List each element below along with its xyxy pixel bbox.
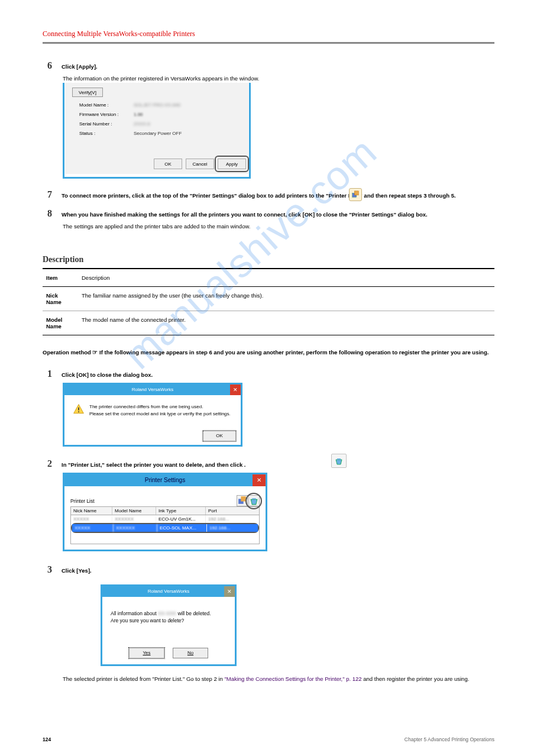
op-number: 3	[43, 564, 57, 575]
step-text: Click [Apply].	[62, 63, 98, 70]
cell: XXXXX	[71, 515, 112, 523]
alert-line1: The printer connected differs from the o…	[89, 403, 231, 411]
add-printer-icon[interactable]	[349, 188, 362, 201]
end-note: The selected printer is deleted from "Pr…	[63, 674, 494, 683]
fw-label: Firmware Version :	[79, 110, 127, 119]
th-desc: Description	[78, 269, 494, 286]
step-8: 8 When you have finished making the sett…	[43, 208, 494, 219]
row-item: Model Name	[43, 311, 78, 335]
op-number: 1	[43, 369, 57, 379]
printer-list-header: Nick Name Model Name Ink Type Port	[70, 506, 260, 515]
cell: XXXXXX	[112, 515, 156, 523]
step-number: 6	[43, 60, 57, 71]
yes-button[interactable]: Yes	[129, 648, 164, 658]
op-number: 2	[43, 458, 57, 469]
model-value: SOLJET PRO-XX-640	[134, 101, 180, 110]
col-model: Model Name	[112, 507, 156, 515]
close-icon[interactable]: ✕	[253, 474, 266, 486]
svg-rect-3	[78, 411, 79, 412]
cell: ECO-SOL MAX...	[157, 524, 207, 532]
warning-icon	[73, 403, 85, 415]
chapter-label: Chapter 5 Advanced Printing Operations	[405, 736, 494, 742]
printer-row-selected[interactable]: XXXXX XXXXXX ECO-SOL MAX... 192.168...	[72, 524, 258, 532]
operation-3: 3 Click [Yes].	[43, 564, 494, 575]
row-desc: The familiar name assigned by the user (…	[78, 286, 494, 311]
model-label: Model Name :	[79, 101, 127, 110]
step-6-body: The information on the printer registere…	[63, 75, 494, 83]
cell: 192.168...	[206, 515, 259, 523]
th-item: Item	[43, 269, 78, 286]
operation-2: 2 In "Printer List," select the printer …	[43, 458, 494, 469]
cell: ECO-UV Gm1K...	[156, 515, 206, 523]
close-icon[interactable]: ✕	[224, 586, 235, 597]
description-table: ItemDescription Nick NameThe familiar na…	[43, 269, 494, 335]
verify-button[interactable]: Verify[V]	[72, 88, 103, 97]
dialog-title: Roland VersaWorks ✕	[102, 586, 235, 597]
ok-button[interactable]: OK	[154, 159, 182, 169]
step-number: 8	[43, 208, 57, 219]
op-text: Click [Yes].	[62, 567, 92, 574]
operation-1: 1 Click [OK] to close the dialog box.	[43, 369, 494, 379]
dialog-title: Roland VersaWorks ✕	[64, 385, 241, 395]
page-number: 124	[43, 736, 51, 742]
row-desc: The model name of the connected printer.	[78, 311, 494, 335]
printer-row[interactable]: XXXXX XXXXXX ECO-UV Gm1K... 192.168...	[71, 515, 259, 523]
dialog-title: Printer Settings ✕	[64, 474, 266, 486]
step-7: 7 To connect more printers, click at the…	[43, 189, 494, 200]
alert-dialog: Roland VersaWorks ✕ The printer connecte…	[63, 383, 242, 447]
col-ink: Ink Type	[156, 507, 206, 515]
apply-highlight: Apply	[215, 156, 249, 172]
page-footer: 124 Chapter 5 Advanced Printing Operatio…	[43, 736, 494, 742]
status-label: Status :	[79, 129, 127, 138]
svg-rect-2	[78, 408, 79, 411]
fw-value: 1.00	[134, 110, 143, 119]
cell: 192.168...	[207, 524, 258, 532]
svg-rect-1	[354, 191, 358, 195]
cell: XXXXXX	[114, 524, 157, 532]
confirm-line2: Are you sure you want to delete?	[111, 617, 227, 624]
row-highlight: XXXXX XXXXXX ECO-SOL MAX... 192.168...	[71, 523, 259, 533]
step-number: 7	[43, 189, 57, 200]
step-text: To connect more printers, click at the t…	[62, 192, 456, 199]
description-heading: Description	[43, 255, 494, 264]
cancel-button[interactable]: Cancel	[186, 159, 214, 169]
col-nickname: Nick Name	[71, 507, 112, 515]
section-title: Connecting Multiple VersaWorks-compatibl…	[43, 30, 494, 38]
printer-list-label: Printer List	[70, 498, 260, 504]
printer-info-dialog: Verify[V] Model Name :SOLJET PRO-XX-640 …	[63, 83, 251, 179]
op-text: In "Printer List," select the printer yo…	[62, 461, 246, 468]
printer-settings-dialog: Printer Settings ✕ Printer List Nick Nam…	[63, 473, 267, 551]
cell: XXXXX	[72, 524, 114, 532]
confirm-line1: All information about XX-XXX will be del…	[111, 610, 227, 617]
serial-label: Serial Number :	[79, 119, 127, 129]
close-icon[interactable]: ✕	[230, 385, 241, 395]
status-value: Secondary Power OFF	[134, 129, 182, 138]
step-text: When you have finished making the settin…	[62, 211, 428, 218]
delete-highlight	[245, 493, 262, 509]
step-8-body: The settings are applied and the printer…	[63, 222, 494, 231]
step-6: 6 Click [Apply].	[43, 60, 494, 71]
apply-button[interactable]: Apply	[218, 159, 246, 169]
op-text: Click [OK] to close the dialog box.	[62, 371, 153, 378]
row-item: Nick Name	[43, 286, 78, 311]
serial-value: ZXXX-6	[134, 119, 150, 129]
cross-ref-link[interactable]: "Making the Connection Settings for the …	[224, 676, 361, 682]
alert-line2: Please set the correct model and ink typ…	[89, 411, 231, 418]
section-divider	[43, 42, 494, 44]
confirm-delete-dialog: Roland VersaWorks ✕ All information abou…	[101, 584, 237, 666]
operation-intro: Operation method ☞ If the following mess…	[43, 348, 494, 357]
delete-icon-inline[interactable]	[331, 454, 347, 468]
ok-button[interactable]: OK	[203, 431, 236, 441]
no-button[interactable]: No	[173, 648, 208, 658]
